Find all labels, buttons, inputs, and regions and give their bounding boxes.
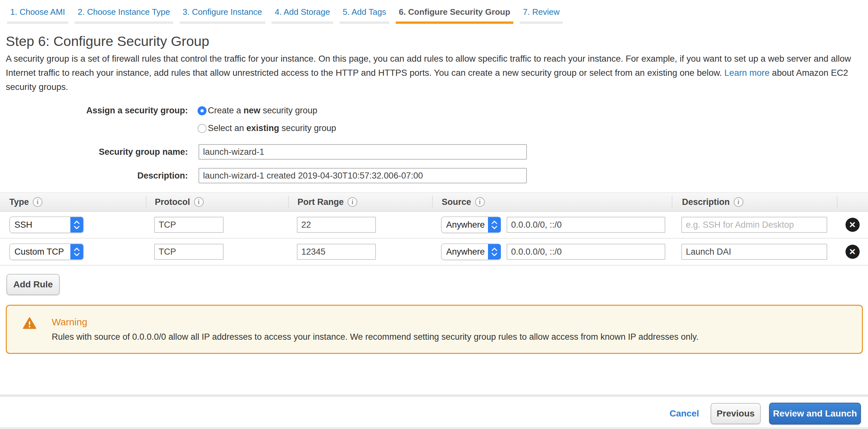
type-info-icon[interactable]: i bbox=[33, 197, 42, 207]
description-input[interactable] bbox=[198, 168, 527, 184]
source-value-input[interactable] bbox=[506, 244, 665, 260]
security-group-name-input[interactable] bbox=[198, 144, 527, 160]
rule-description-input[interactable] bbox=[681, 217, 827, 233]
tab-choose-instance-type[interactable]: 2. Choose Instance Type bbox=[74, 5, 173, 24]
type-cell: Custom TCP bbox=[0, 243, 146, 260]
tab-configure-security-group[interactable]: 6. Configure Security Group bbox=[396, 5, 514, 24]
header-type: Type i bbox=[0, 196, 146, 208]
delete-cell: ✕ bbox=[837, 245, 868, 259]
chevron-up-down-icon bbox=[488, 217, 501, 232]
source-info-icon[interactable]: i bbox=[475, 197, 485, 207]
tab-configure-instance[interactable]: 3. Configure Instance bbox=[180, 5, 265, 24]
radio-select-existing[interactable] bbox=[197, 124, 207, 133]
warning-box: Warning Rules with source of 0.0.0.0/0 a… bbox=[6, 305, 863, 354]
security-group-name-label: Security group name: bbox=[0, 147, 188, 157]
tab-review[interactable]: 7. Review bbox=[520, 5, 563, 24]
type-select[interactable]: Custom TCP bbox=[9, 243, 84, 260]
protocol-input bbox=[154, 217, 224, 233]
source-cell: Anywhere bbox=[432, 243, 672, 260]
source-select[interactable]: Anywhere bbox=[441, 217, 501, 233]
description-info-icon[interactable]: i bbox=[734, 197, 743, 207]
header-source: Source i bbox=[432, 196, 672, 208]
header-protocol: Protocol i bbox=[146, 196, 288, 208]
type-cell: SSH bbox=[0, 217, 146, 233]
port-range-cell bbox=[288, 244, 432, 260]
learn-more-link[interactable]: Learn more bbox=[724, 68, 770, 78]
radio-option-create-new[interactable]: Create a new security group bbox=[197, 106, 336, 116]
warning-content: Warning Rules with source of 0.0.0.0/0 a… bbox=[52, 317, 699, 342]
delete-cell: ✕ bbox=[837, 218, 868, 232]
rule-description-input[interactable] bbox=[681, 244, 827, 260]
chevron-up-down-icon bbox=[70, 244, 83, 260]
source-select[interactable]: Anywhere bbox=[441, 243, 501, 260]
warning-icon bbox=[23, 317, 36, 329]
page-title: Step 6: Configure Security Group bbox=[6, 33, 868, 49]
delete-rule-button[interactable]: ✕ bbox=[845, 218, 860, 232]
table-row: SSH Anywhere bbox=[0, 211, 868, 239]
table-row: Custom TCP Anywhere bbox=[0, 239, 868, 266]
intro-paragraph: A security group is a set of firewall ru… bbox=[6, 52, 862, 94]
radio-select-existing-label: Select an existing security group bbox=[208, 123, 336, 133]
add-rule-button[interactable]: Add Rule bbox=[6, 274, 60, 295]
close-icon: ✕ bbox=[849, 221, 856, 229]
close-icon: ✕ bbox=[849, 248, 856, 256]
radio-create-new-label: Create a new security group bbox=[208, 106, 317, 116]
radio-create-new[interactable] bbox=[197, 106, 207, 115]
warning-message: Rules with source of 0.0.0.0/0 allow all… bbox=[52, 332, 699, 342]
description-row: Description: bbox=[0, 168, 868, 184]
protocol-cell bbox=[146, 244, 288, 260]
header-description: Description i bbox=[672, 196, 837, 208]
security-group-name-row: Security group name: bbox=[0, 144, 868, 160]
source-value-input[interactable] bbox=[506, 217, 665, 233]
footer-divider bbox=[0, 394, 868, 397]
port-range-input[interactable] bbox=[297, 244, 376, 260]
previous-button[interactable]: Previous bbox=[711, 403, 761, 424]
radio-group: Create a new security group Select an ex… bbox=[188, 106, 336, 133]
radio-option-select-existing[interactable]: Select an existing security group bbox=[197, 123, 336, 133]
type-select[interactable]: SSH bbox=[9, 217, 84, 233]
table-header-row: Type i Protocol i Port Range i Source i … bbox=[0, 192, 868, 211]
assign-security-group-row: Assign a security group: Create a new se… bbox=[0, 106, 868, 133]
header-port-range: Port Range i bbox=[288, 196, 432, 208]
header-delete-column bbox=[837, 196, 868, 208]
description-cell bbox=[672, 217, 837, 233]
chevron-up-down-icon bbox=[488, 244, 501, 260]
source-cell: Anywhere bbox=[432, 217, 672, 233]
cancel-link[interactable]: Cancel bbox=[670, 408, 699, 419]
tab-add-tags[interactable]: 5. Add Tags bbox=[340, 5, 389, 24]
security-group-form: Assign a security group: Create a new se… bbox=[0, 106, 868, 184]
review-and-launch-button[interactable]: Review and Launch bbox=[769, 403, 861, 425]
port-range-input[interactable] bbox=[297, 217, 376, 233]
port-range-info-icon[interactable]: i bbox=[348, 197, 357, 207]
tab-choose-ami[interactable]: 1. Choose AMI bbox=[7, 5, 68, 24]
description-label: Description: bbox=[0, 171, 188, 181]
protocol-input bbox=[154, 244, 224, 260]
wizard-tabbar: 1. Choose AMI 2. Choose Instance Type 3.… bbox=[0, 0, 868, 24]
protocol-cell bbox=[146, 217, 288, 233]
chevron-up-down-icon bbox=[70, 217, 83, 232]
protocol-info-icon[interactable]: i bbox=[194, 197, 204, 207]
footer: Cancel Previous Review and Launch bbox=[0, 397, 868, 427]
port-range-cell bbox=[288, 217, 432, 233]
tab-add-storage[interactable]: 4. Add Storage bbox=[272, 5, 333, 24]
bottom-edge-strip bbox=[0, 427, 868, 429]
warning-title: Warning bbox=[52, 317, 699, 328]
assign-security-group-label: Assign a security group: bbox=[0, 106, 188, 116]
description-cell bbox=[672, 244, 837, 260]
security-rules-table: Type i Protocol i Port Range i Source i … bbox=[0, 192, 868, 266]
delete-rule-button[interactable]: ✕ bbox=[845, 245, 860, 259]
